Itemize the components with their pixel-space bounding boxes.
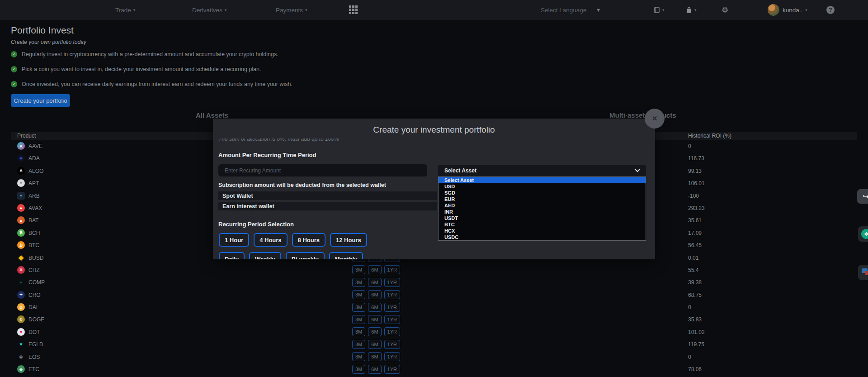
table-row-dai[interactable]: ÐDAI3M6M1YR0 [11,301,857,313]
roi-value: 39.38 [688,279,702,286]
settings-button[interactable]: ⚙ [722,0,728,20]
share-widget-button[interactable]: ↪ [857,189,868,204]
chat-widget-button[interactable] [858,265,868,280]
asset-select[interactable]: Select Asset [438,165,646,176]
roi-value: 56.45 [688,242,702,248]
roi-period-1yr-button[interactable]: 1YR [384,265,400,274]
roi-period-6m-button[interactable]: 6M [368,327,381,336]
table-row-egld[interactable]: ✕EGLD3M6M1YR119.75 [11,338,857,350]
avatar[interactable] [768,4,779,16]
roi-value: 78.06 [688,366,702,372]
roi-period-6m-button[interactable]: 6M [368,352,381,361]
modal-close-button[interactable]: ✕ [645,109,665,129]
roi-period-buttons: 3M6M1YR [352,315,400,324]
user-menu[interactable]: kunda.. ▾ [783,0,807,20]
nav-menu-label: Payments [276,7,303,14]
apps-grid-icon[interactable] [349,5,358,14]
asset-option-btc[interactable]: BTC [439,221,646,228]
table-row-dot[interactable]: ●DOT3M6M1YR101.02 [11,326,857,338]
period-daily-button[interactable]: Daily [219,252,245,259]
chat-bubble-icon [865,271,868,275]
coin-symbol: DOGE [28,316,44,323]
asset-select-value: Select Asset [438,167,476,174]
table-row-cro[interactable]: ✦CRO3M6M1YR68.75 [11,289,857,301]
roi-value: 17.09 [688,230,702,236]
orders-menu[interactable]: ▾ [685,0,697,20]
asset-option-inr[interactable]: INR [439,209,646,215]
roi-value: 0 [688,304,691,310]
roi-period-1yr-button[interactable]: 1YR [384,278,400,287]
table-row-doge[interactable]: ÐDOGE3M6M1YR35.83 [11,313,857,325]
asset-option-hcx[interactable]: HCX [439,228,646,234]
coin-symbol: BTC [28,242,39,248]
roi-period-6m-button[interactable]: 6M [368,290,381,299]
roi-period-1yr-button[interactable]: 1YR [384,365,400,374]
table-row-comp[interactable]: ◗COMP3M6M1YR39.38 [11,276,857,288]
roi-period-6m-button[interactable]: 6M [368,365,381,374]
roi-period-6m-button[interactable]: 6M [368,340,381,349]
nav-menu-trade[interactable]: Trade▾ [115,0,135,20]
roi-period-3m-button[interactable]: 3M [352,303,365,312]
wallet-option-earn[interactable]: Earn interest wallet [218,202,437,210]
language-selector[interactable]: Select Language ▼ [541,0,601,20]
asset-option-select-asset[interactable]: Select Asset [439,177,646,183]
roi-period-6m-button[interactable]: 6M [368,278,381,287]
user-name: kunda.. [783,7,802,14]
table-row-eos[interactable]: ◇EOS3M6M1YR0 [11,351,857,363]
coin-symbol: ALGO [28,168,43,174]
roi-period-1yr-button[interactable]: 1YR [384,340,400,349]
wallet-menu[interactable]: ▾ [653,0,665,20]
table-row-chz[interactable]: ✕CHZ3M6M1YR55.4 [11,264,857,276]
period-4-hours-button[interactable]: 4 Hours [254,233,287,247]
table-row-etc[interactable]: ◆ETC3M6M1YR78.06 [11,363,857,375]
recurring-amount-input[interactable] [218,164,427,177]
roi-period-buttons: 3M6M1YR [352,327,400,336]
period-8-hours-button[interactable]: 8 Hours [292,233,326,247]
period-bi-weekly-button[interactable]: Bi-weekly [286,252,325,259]
period-monthly-button[interactable]: Monthly [329,252,363,259]
roi-period-1yr-button[interactable]: 1YR [384,290,400,299]
asset-option-usdc[interactable]: USDC [439,234,646,240]
asset-option-aed[interactable]: AED [439,202,646,209]
assistant-widget-button[interactable]: ✻ [858,226,868,242]
roi-period-3m-button[interactable]: 3M [352,340,365,349]
asset-option-usd[interactable]: USD [439,183,646,190]
roi-period-3m-button[interactable]: 3M [352,327,365,336]
roi-period-1yr-button[interactable]: 1YR [384,315,400,324]
amount-label: Amount Per Recurring Time Period [218,152,316,158]
coin-symbol: BCH [28,230,40,236]
period-weekly-button[interactable]: Weekly [249,252,281,259]
roi-value: 0 [688,354,691,360]
roi-period-3m-button[interactable]: 3M [352,290,365,299]
check-icon: ✓ [11,66,17,72]
period-12-hours-button[interactable]: 12 Hours [330,233,367,247]
roi-value: 55.4 [688,267,698,273]
roi-period-1yr-button[interactable]: 1YR [384,352,400,361]
arb-coin-icon: ● [17,192,25,200]
roi-period-3m-button[interactable]: 3M [352,365,365,374]
roi-period-3m-button[interactable]: 3M [352,265,365,274]
chevron-down-icon: ▾ [225,8,227,12]
nav-menu-derivatives[interactable]: Derivatives▾ [192,0,226,20]
roi-period-3m-button[interactable]: 3M [352,352,365,361]
roi-period-6m-button[interactable]: 6M [368,265,381,274]
roi-period-1yr-button[interactable]: 1YR [384,327,400,336]
coin-symbol: COMP [28,279,45,286]
asset-option-usdt[interactable]: USDT [439,215,646,221]
roi-period-buttons: 3M6M1YR [352,265,400,274]
roi-period-1yr-button[interactable]: 1YR [384,303,400,312]
wallet-option-spot[interactable]: Spot Wallet [218,191,437,200]
roi-period-6m-button[interactable]: 6M [368,315,381,324]
roi-period-3m-button[interactable]: 3M [352,315,365,324]
coin-symbol: EGLD [28,341,43,348]
busd-coin-icon: ◆ [17,254,25,262]
asset-dropdown-list: Select AssetUSDSGDEURAEDINRUSDTBTCHCXUSD… [438,177,646,241]
nav-menu-payments[interactable]: Payments▾ [276,0,307,20]
help-icon[interactable]: ? [826,6,835,14]
create-portfolio-button[interactable]: Create your portfolio [11,94,70,107]
asset-option-eur[interactable]: EUR [439,196,646,202]
period-1-hour-button[interactable]: 1 Hour [219,233,249,247]
roi-period-3m-button[interactable]: 3M [352,278,365,287]
roi-period-6m-button[interactable]: 6M [368,303,381,312]
asset-option-sgd[interactable]: SGD [439,190,646,196]
